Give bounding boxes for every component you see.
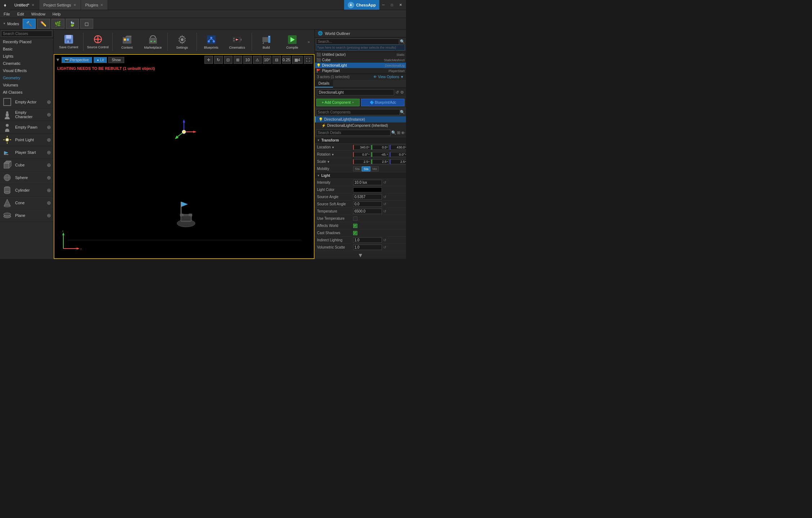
scale-x-arrow[interactable]: ▾ <box>368 160 370 163</box>
transform-section-header[interactable]: Transform <box>315 137 406 144</box>
cat-lights[interactable]: Lights <box>0 53 53 60</box>
cat-geometry[interactable]: Geometry <box>0 74 53 81</box>
scale-y-arrow[interactable]: ▾ <box>387 160 388 163</box>
menu-window[interactable]: Window <box>28 10 49 18</box>
outliner-untitled-actor[interactable]: ⬛ Untitled (actor) Static <box>315 52 406 57</box>
detail-search-icon[interactable]: 🔍 <box>391 130 396 135</box>
indirect-lighting-reset[interactable]: ↺ <box>383 238 386 242</box>
sphere-add[interactable]: ⊕ <box>47 175 51 180</box>
rotation-z-arrow[interactable]: ▾ <box>405 153 406 156</box>
cast-shadows-checkbox[interactable]: ✓ <box>353 231 357 235</box>
temperature-reset[interactable]: ↺ <box>383 209 386 213</box>
content-button[interactable]: Content <box>115 31 139 53</box>
fullscreen-button[interactable]: ⛶ <box>304 56 312 64</box>
detail-search-input[interactable] <box>316 130 391 136</box>
cat-recently-placed[interactable]: Recently Placed <box>0 38 53 45</box>
cat-visual-effects[interactable]: Visual Effects <box>0 67 53 74</box>
source-control-button[interactable]: Source Control <box>86 31 110 53</box>
point-light-add[interactable]: ⊕ <box>47 137 51 143</box>
show-button[interactable]: Show <box>108 57 124 63</box>
tab-untitled-close[interactable]: ✕ <box>32 3 35 7</box>
class-player-start[interactable]: Player Start ⊕ <box>0 146 53 159</box>
tab-ps-close[interactable]: ✕ <box>73 3 76 7</box>
light-color-swatch[interactable] <box>353 187 382 192</box>
cylinder-add[interactable]: ⊕ <box>47 187 51 193</box>
indirect-lighting-input[interactable] <box>353 237 382 243</box>
rotation-z[interactable]: 0.0° ▾ <box>390 152 406 157</box>
rotation-x-arrow[interactable]: ▾ <box>368 153 370 156</box>
class-empty-actor[interactable]: Empty Actor ⊕ <box>0 96 53 108</box>
tab-untitled[interactable]: Untitled* ✕ <box>10 0 39 10</box>
translate-button[interactable]: ✛ <box>204 56 213 64</box>
source-angle-reset[interactable]: ↺ <box>383 195 386 199</box>
actor-reset-icon[interactable]: ↺ <box>396 90 399 95</box>
details-tab[interactable]: Details <box>315 80 333 88</box>
cube-add[interactable]: ⊕ <box>47 162 51 168</box>
comp-directional-light-component[interactable]: ⚡ DirectionalLightComponent (Inherited) <box>315 122 406 129</box>
minimize-button[interactable]: ─ <box>379 1 387 9</box>
player-start-add[interactable]: ⊕ <box>47 149 51 155</box>
rotate-button[interactable]: ↻ <box>214 56 223 64</box>
location-y[interactable]: 0.0 ▾ <box>371 145 389 150</box>
cat-volumes[interactable]: Volumes <box>0 81 53 89</box>
source-soft-reset[interactable]: ↺ <box>383 202 386 206</box>
class-empty-pawn[interactable]: Empty Pawn ⊕ <box>0 121 53 134</box>
outliner-directional-light[interactable]: 💡 DirectionalLight DirectionalLig <box>315 63 406 68</box>
location-x-arrow[interactable]: ▾ <box>368 146 370 149</box>
empty-character-add[interactable]: ⊕ <box>47 112 51 117</box>
comp-directional-light-instance[interactable]: 💡 DirectionalLight(Instance) <box>315 116 406 122</box>
location-z-arrow[interactable]: ▾ <box>405 146 406 149</box>
component-search-input[interactable] <box>316 109 400 115</box>
volumetric-scatter-input[interactable] <box>353 245 382 250</box>
class-cone[interactable]: Cone ⊕ <box>0 197 53 209</box>
use-temperature-checkbox[interactable]: ✓ <box>353 216 357 221</box>
menu-help[interactable]: Help <box>49 10 64 18</box>
blueprint-button[interactable]: 🔷 Blueprint/Adc <box>361 99 405 106</box>
location-z[interactable]: 430.0 ▾ <box>390 145 406 150</box>
stationary-button[interactable]: Sta <box>362 166 370 171</box>
actor-name-input[interactable] <box>317 89 394 95</box>
layer-button[interactable]: ▦ 4 <box>292 56 303 64</box>
snap-button[interactable]: ⊞ <box>234 56 242 64</box>
rotation-x[interactable]: 0.0° ▾ <box>353 152 371 157</box>
scale-z-arrow[interactable]: ▾ <box>405 160 406 163</box>
close-button[interactable]: ✕ <box>397 1 405 9</box>
rotation-y[interactable]: -45. ▾ <box>371 152 389 157</box>
viewport[interactable]: ▼ 📷 Perspective ● Lit Show ✛ ↻ ⊡ ⊞ 1 <box>54 54 315 259</box>
tab-plugins-close[interactable]: ✕ <box>100 3 103 7</box>
expand-section-button[interactable]: ▼ <box>315 251 406 259</box>
mode-foliage[interactable]: 🍃 <box>66 19 79 29</box>
source-angle-input[interactable] <box>353 194 382 200</box>
empty-pawn-add[interactable]: ⊕ <box>47 124 51 130</box>
volumetric-scatter-reset[interactable]: ↺ <box>383 245 386 249</box>
menu-edit[interactable]: Edit <box>14 10 28 18</box>
toolbar-more-button[interactable]: » <box>306 31 312 53</box>
plane-add[interactable]: ⊕ <box>47 213 51 218</box>
class-empty-character[interactable]: Empty Character ⊕ <box>0 108 53 121</box>
location-y-arrow[interactable]: ▾ <box>387 146 388 149</box>
menu-file[interactable]: File <box>0 10 14 18</box>
cone-add[interactable]: ⊕ <box>47 200 51 206</box>
scale-z[interactable]: 2.5 ▾ <box>390 159 406 164</box>
comp-search-icon[interactable]: 🔍 <box>400 110 405 115</box>
outliner-cube[interactable]: ⬛ Cube StaticMeshAct <box>315 57 406 63</box>
cinematics-button[interactable]: Cinematics <box>225 31 249 53</box>
location-x[interactable]: 340.0 ▾ <box>353 145 371 150</box>
movable-button[interactable]: Mo <box>371 166 379 171</box>
mode-landscape[interactable]: 🌿 <box>51 19 64 29</box>
scale-button[interactable]: ⊡ <box>224 56 233 64</box>
tab-plugins[interactable]: Plugins ✕ <box>81 0 108 10</box>
viewport-dropdown[interactable]: ▼ <box>56 57 60 62</box>
cat-cinematic[interactable]: Cinematic <box>0 60 53 67</box>
cat-basic[interactable]: Basic <box>0 45 53 53</box>
maximize-button[interactable]: □ <box>388 1 396 9</box>
rotation-y-arrow[interactable]: ▾ <box>387 153 388 156</box>
settings-button[interactable]: Settings <box>170 31 194 53</box>
outliner-search-icon[interactable]: 🔍 <box>400 39 405 44</box>
intensity-reset[interactable]: ↺ <box>383 180 386 184</box>
mode-placement[interactable]: 🔨 <box>23 19 36 29</box>
mode-geometry[interactable]: ◻ <box>80 19 93 29</box>
empty-actor-add[interactable]: ⊕ <box>47 99 51 105</box>
detail-grid-icon[interactable]: ⊞ <box>397 130 400 135</box>
temperature-input[interactable] <box>353 209 382 214</box>
